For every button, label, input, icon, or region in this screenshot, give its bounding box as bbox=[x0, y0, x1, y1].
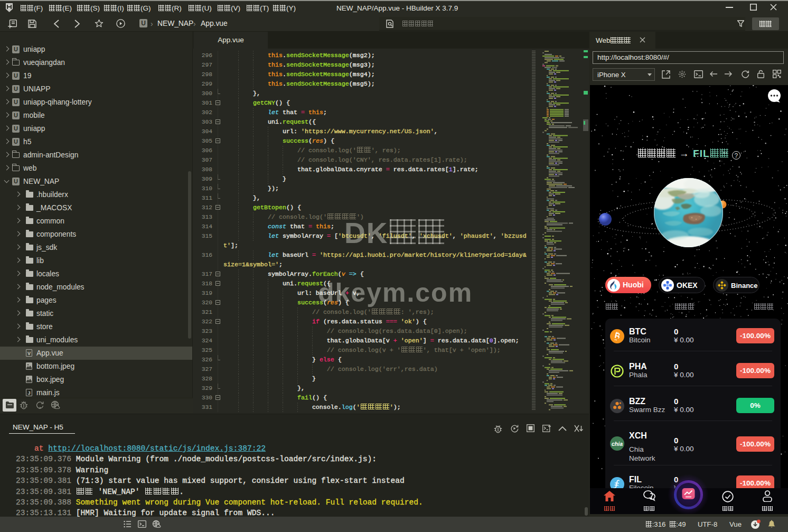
svg-text:chia: chia bbox=[612, 441, 623, 447]
